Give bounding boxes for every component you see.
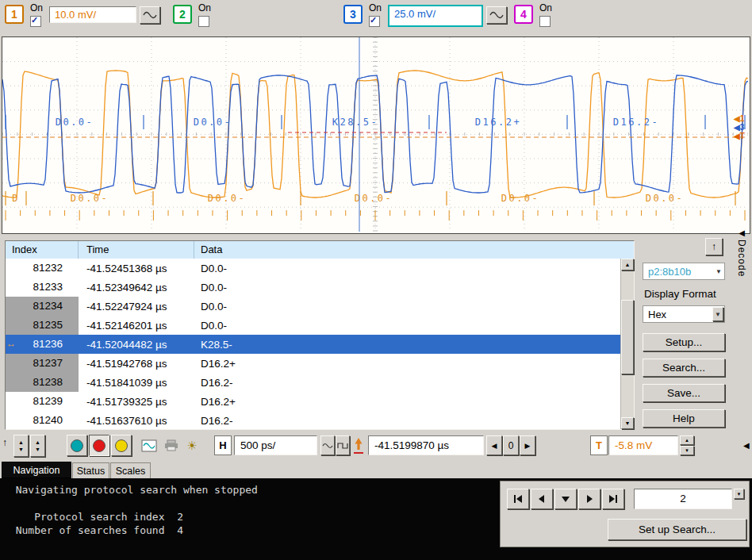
up-triangle-icon: ▲	[625, 262, 631, 267]
setup-button[interactable]: Setup...	[643, 333, 725, 351]
column-header-time: Time	[79, 241, 194, 259]
svg-text:D: D	[12, 193, 20, 204]
display-format-select[interactable]: Hex ▼	[643, 305, 725, 323]
listing-row[interactable]: 81234 -41.52247924 µs D0.0- ↔	[6, 297, 620, 316]
decode-bus-selector[interactable]: p2:8b10b ▼	[643, 263, 725, 280]
help-button[interactable]: Help	[643, 409, 725, 428]
search-navigation-panel: 2 ▲ ▼ Set up Search...	[500, 481, 750, 547]
position-zero-button[interactable]: 0	[503, 435, 519, 455]
channel-3-button[interactable]: 3	[343, 5, 363, 24]
tab-scales[interactable]: Scales	[110, 462, 151, 478]
cell-time: -41.51942768 µs	[79, 358, 194, 370]
selected-row-marker: ↔	[6, 338, 16, 349]
channel-4-on-label: On	[539, 3, 552, 13]
channel-1-controls: 1 On ✓ 10.0 mV/	[5, 3, 160, 27]
nav-last-button[interactable]	[602, 489, 624, 509]
waveform-window-button[interactable]	[140, 436, 159, 455]
listing-row[interactable]: 81240 -41.51637610 µs D16.2- ↔	[6, 411, 620, 429]
brightness-button[interactable]: ☀	[182, 436, 201, 455]
next-icon	[585, 494, 594, 504]
decode-listing: Index Time Data 81232 -41.52451368 µs D0…	[5, 240, 635, 430]
channel-4-button[interactable]: 4	[514, 5, 533, 24]
channel-1-button[interactable]: 1	[5, 5, 24, 24]
cell-time: -41.52044482 µs	[79, 339, 194, 351]
channel-3-scale-field[interactable]: 25.0 mV/	[388, 5, 483, 27]
channel-3-scale-button[interactable]	[486, 6, 507, 24]
listing-row[interactable]: 81236 -41.52044482 µs K28.5- ↔	[6, 335, 620, 354]
channel-1-scale-field[interactable]: 10.0 mV/	[49, 6, 136, 23]
nav-first-button[interactable]	[507, 489, 529, 509]
step-down-button[interactable]: ▼	[734, 489, 744, 499]
cell-time: -41.52146201 µs	[79, 320, 194, 332]
timebase-field[interactable]: 500 ps/	[234, 435, 317, 455]
last-icon	[608, 494, 618, 504]
display-format-label: Display Format	[644, 288, 716, 300]
toolbar-collapse-icon[interactable]: ◀	[743, 441, 750, 450]
column-header-index: Index	[6, 241, 79, 259]
svg-text:D0.0-: D0.0-	[355, 193, 393, 204]
horizontal-position-field[interactable]: -41.5199870 µs	[368, 435, 484, 455]
scroll-up-button[interactable]: ▲	[621, 259, 634, 270]
listing-row[interactable]: 81233 -41.52349642 µs D0.0- ↔	[6, 278, 620, 297]
scroll-thumb[interactable]	[621, 300, 634, 374]
vertical-stepper-fine[interactable]: ▲▼	[30, 435, 45, 457]
position-left-button[interactable]: ◀	[486, 435, 502, 455]
print-button[interactable]	[162, 436, 181, 455]
sun-icon: ☀	[186, 439, 197, 453]
svg-text:D0.0-: D0.0-	[194, 117, 232, 128]
channel-3-on-checkbox[interactable]: ✓	[369, 16, 380, 27]
cell-index: 81232	[6, 259, 79, 278]
cell-data: D16.2+	[194, 358, 620, 370]
listing-row[interactable]: 81235 -41.52146201 µs D0.0- ↔	[6, 316, 620, 335]
scope-canvas[interactable]: D0.0-D0.0-K28.5-D16.2+D16.2-DD0.0-D0.0-D…	[2, 37, 748, 232]
channel-1-on-checkbox[interactable]: ✓	[30, 16, 41, 27]
cell-index: 81237	[6, 354, 79, 373]
nav-prev-button[interactable]	[531, 489, 553, 509]
horizontal-menu-button[interactable]: H	[214, 435, 232, 455]
position-right-button[interactable]: ▶	[520, 435, 535, 455]
scroll-down-button[interactable]: ▼	[621, 417, 634, 429]
down-icon	[561, 494, 570, 504]
search-index-field[interactable]: 2	[634, 489, 732, 509]
collapse-left-icon: ◀	[739, 228, 745, 237]
stop-button[interactable]	[89, 435, 109, 456]
cell-index: 81240	[6, 411, 79, 429]
listing-scroll-top-button[interactable]: ↑	[705, 238, 723, 255]
step-down-button[interactable]: ▼	[680, 446, 694, 455]
cell-data: D16.2-	[194, 415, 620, 427]
listing-header: Index Time Data	[6, 241, 634, 259]
waveform-display[interactable]: D0.0-D0.0-K28.5-D16.2+D16.2-DD0.0-D0.0-D…	[2, 36, 750, 234]
listing-row[interactable]: 81238 -41.51841039 µs D16.2- ↔	[6, 373, 620, 392]
setup-search-button[interactable]: Set up Search...	[608, 519, 746, 540]
square-wave-button[interactable]	[336, 435, 350, 455]
ground-marker-1[interactable]: ◀1	[734, 114, 744, 123]
ground-marker-T[interactable]: ◀T	[734, 132, 745, 140]
sine-icon	[322, 442, 333, 450]
first-icon	[513, 494, 523, 504]
trigger-menu-button[interactable]: T	[590, 435, 608, 455]
channel-2-button[interactable]: 2	[173, 5, 192, 24]
trigger-level-stepper[interactable]: ▲ ▼	[680, 435, 694, 455]
single-button[interactable]	[111, 435, 132, 456]
cell-time: -41.52247924 µs	[79, 301, 194, 313]
channel-1-scale-button[interactable]	[140, 6, 160, 24]
zoom-wave-button[interactable]	[320, 435, 335, 455]
tab-navigation[interactable]: Navigation	[2, 462, 71, 478]
listing-row[interactable]: 81239 -41.51739325 µs D16.2+ ↔	[6, 392, 620, 411]
listing-row[interactable]: 81237 -41.51942768 µs D16.2+ ↔	[6, 354, 620, 373]
tab-status[interactable]: Status	[72, 462, 109, 478]
vertical-stepper-coarse[interactable]: ▲▼	[13, 435, 29, 457]
channel-2-on-checkbox[interactable]	[198, 16, 209, 27]
save-button[interactable]: Save...	[643, 384, 725, 402]
ground-marker-3[interactable]: ◀3	[734, 123, 744, 132]
listing-scrollbar[interactable]: ▲ ▼	[620, 259, 634, 429]
search-button[interactable]: Search...	[643, 359, 725, 377]
run-button[interactable]	[67, 435, 87, 456]
nav-current-button[interactable]	[554, 489, 577, 509]
listing-row[interactable]: 81232 -41.52451368 µs D0.0- ↔	[6, 259, 620, 278]
channel-4-on-checkbox[interactable]	[539, 16, 551, 27]
step-up-button[interactable]: ▲	[680, 435, 694, 445]
nav-next-button[interactable]	[578, 489, 600, 509]
trigger-level-field[interactable]: -5.8 mV	[608, 435, 678, 455]
decode-side-tab[interactable]: ◀ Decode	[736, 228, 747, 277]
